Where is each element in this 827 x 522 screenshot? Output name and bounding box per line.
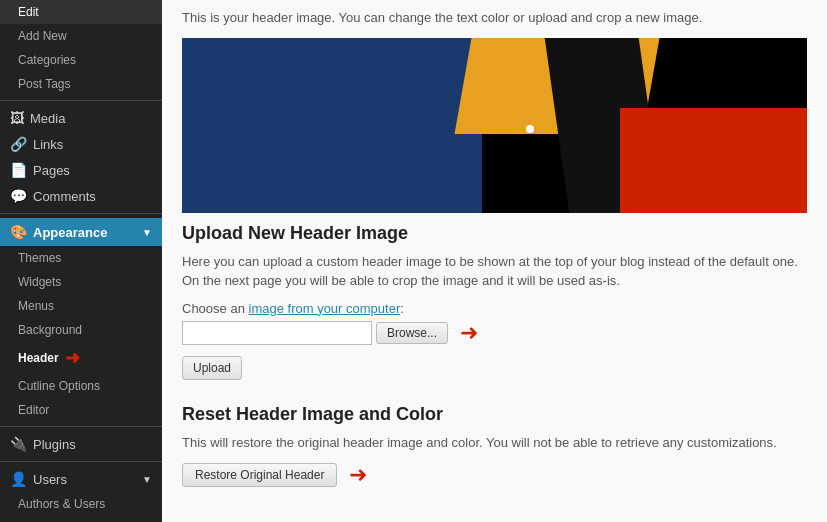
links-icon: 🔗 <box>10 136 27 152</box>
sidebar-item-themes[interactable]: Themes <box>0 246 162 270</box>
divider-1 <box>0 100 162 101</box>
sidebar-item-label: Editor <box>18 403 49 417</box>
sidebar-item-label: Links <box>33 137 63 152</box>
upload-section-title: Upload New Header Image <box>182 223 807 244</box>
sidebar-item-label: Authors & Users <box>18 497 105 511</box>
sidebar-item-label: Header <box>18 351 59 365</box>
sidebar-item-add-new-user[interactable]: Add New <box>0 516 162 522</box>
plugins-icon: 🔌 <box>10 436 27 452</box>
restore-button-row: Restore Original Header ➜ <box>182 462 807 488</box>
sidebar-item-categories[interactable]: Categories <box>0 48 162 72</box>
upload-button[interactable]: Upload <box>182 356 242 380</box>
sidebar-item-media[interactable]: 🖼 Media <box>0 105 162 131</box>
sidebar-item-label: Media <box>30 111 65 126</box>
sidebar-item-label: Categories <box>18 53 76 67</box>
arrow-icon-restore: ➜ <box>349 462 367 488</box>
sidebar-item-label: Comments <box>33 189 96 204</box>
arrow-icon-header: ➜ <box>65 347 80 369</box>
sidebar-item-label: Background <box>18 323 82 337</box>
choose-link[interactable]: image from your computer <box>249 301 401 316</box>
sidebar-item-pages[interactable]: 📄 Pages <box>0 157 162 183</box>
users-icon: 👤 <box>10 471 27 487</box>
sidebar-item-post-tags[interactable]: Post Tags <box>0 72 162 96</box>
sidebar-item-comments[interactable]: 💬 Comments <box>0 183 162 209</box>
sidebar-item-edit[interactable]: Edit <box>0 0 162 24</box>
image-blue-block <box>182 38 482 213</box>
pages-icon: 📄 <box>10 162 27 178</box>
sidebar-item-cutline-options[interactable]: Cutline Options <box>0 374 162 398</box>
sidebar-item-users[interactable]: 👤 Users ▼ <box>0 466 162 492</box>
sidebar-item-editor[interactable]: Editor <box>0 398 162 422</box>
sidebar-item-label: Themes <box>18 251 61 265</box>
reset-description: This will restore the original header im… <box>182 433 807 453</box>
image-white-dot <box>526 125 534 133</box>
sidebar-item-label: Add New <box>18 29 67 43</box>
choose-colon: : <box>400 301 404 316</box>
divider-3 <box>0 426 162 427</box>
main-content: This is your header image. You can chang… <box>162 0 827 522</box>
sidebar-item-links[interactable]: 🔗 Links <box>0 131 162 157</box>
sidebar-item-label: Widgets <box>18 275 61 289</box>
divider-4 <box>0 461 162 462</box>
sidebar-item-authors-users[interactable]: Authors & Users <box>0 492 162 516</box>
sidebar-item-header[interactable]: Header ➜ <box>0 342 162 374</box>
media-icon: 🖼 <box>10 110 24 126</box>
header-image-preview <box>182 38 807 213</box>
sidebar-item-widgets[interactable]: Widgets <box>0 270 162 294</box>
sidebar-item-label: Post Tags <box>18 77 70 91</box>
sidebar-item-add-new-posts[interactable]: Add New <box>0 24 162 48</box>
browse-button[interactable]: Browse... <box>376 322 448 344</box>
sidebar-item-label: Edit <box>18 5 39 19</box>
chevron-down-icon: ▼ <box>142 227 152 238</box>
file-input-row: Browse... ➜ <box>182 320 807 346</box>
upload-button-row: Upload <box>182 356 807 396</box>
upload-section: Upload New Header Image Here you can upl… <box>182 223 807 396</box>
restore-original-header-button[interactable]: Restore Original Header <box>182 463 337 487</box>
arrow-icon-browse: ➜ <box>460 320 478 346</box>
sidebar-item-label: Appearance <box>33 225 107 240</box>
sidebar-item-background[interactable]: Background <box>0 318 162 342</box>
file-upload-area: Choose an image from your computer: Brow… <box>182 301 807 346</box>
header-info-text: This is your header image. You can chang… <box>182 8 807 28</box>
upload-description: Here you can upload a custom header imag… <box>182 252 807 291</box>
appearance-icon: 🎨 <box>10 224 27 240</box>
choose-label: Choose an image from your computer: <box>182 301 807 316</box>
sidebar-item-appearance[interactable]: 🎨 Appearance ▼ <box>0 218 162 246</box>
sidebar-item-menus[interactable]: Menus <box>0 294 162 318</box>
comments-icon: 💬 <box>10 188 27 204</box>
chevron-down-icon-users: ▼ <box>142 474 152 485</box>
reset-section-title: Reset Header Image and Color <box>182 404 807 425</box>
sidebar-item-label: Cutline Options <box>18 379 100 393</box>
sidebar-item-label: Menus <box>18 299 54 313</box>
sidebar-item-label: Users <box>33 472 67 487</box>
sidebar: Edit Add New Categories Post Tags 🖼 Medi… <box>0 0 162 522</box>
sidebar-item-plugins[interactable]: 🔌 Plugins <box>0 431 162 457</box>
reset-section: Reset Header Image and Color This will r… <box>182 404 807 489</box>
divider-2 <box>0 213 162 214</box>
choose-text: Choose an <box>182 301 249 316</box>
file-path-input[interactable] <box>182 321 372 345</box>
sidebar-item-label: Pages <box>33 163 70 178</box>
sidebar-item-label: Plugins <box>33 437 76 452</box>
image-red-block <box>620 108 808 213</box>
